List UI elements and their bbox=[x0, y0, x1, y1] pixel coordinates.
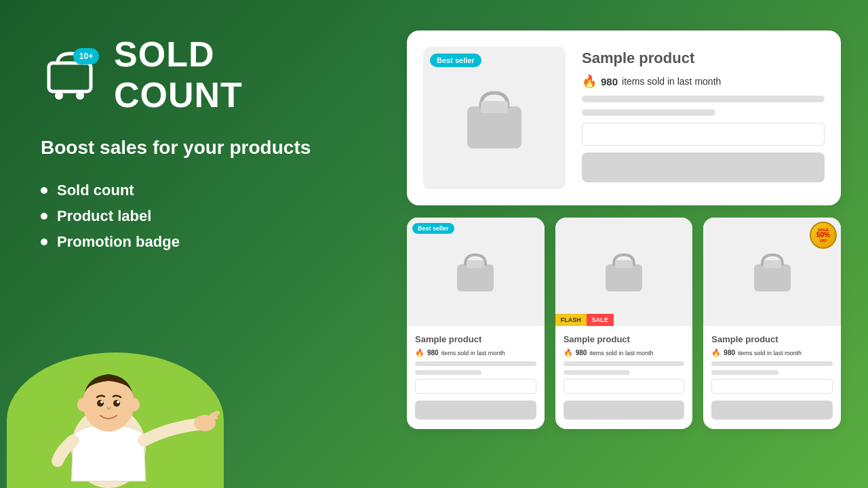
sold-count-row-large: 🔥 980 items sold in last month bbox=[582, 74, 825, 89]
bag-image-large bbox=[457, 81, 532, 155]
bag-image-3 bbox=[749, 248, 796, 296]
best-seller-badge-1: Best seller bbox=[412, 223, 454, 234]
svg-rect-19 bbox=[615, 260, 633, 268]
feature-item-product-label: Product label bbox=[41, 207, 346, 225]
cart-icon: 10+ bbox=[41, 48, 102, 101]
bullet-icon bbox=[41, 213, 47, 220]
skeleton-3-line-2 bbox=[711, 370, 778, 375]
bullet-icon bbox=[41, 239, 47, 245]
fire-icon-large: 🔥 bbox=[582, 74, 597, 89]
bullet-icon bbox=[41, 187, 47, 194]
skeleton-line-2 bbox=[582, 109, 715, 116]
features-list: Sold count Product label Promotion badge bbox=[41, 182, 346, 251]
svg-point-1 bbox=[55, 92, 63, 100]
skeleton-line-1 bbox=[582, 96, 825, 102]
app-title: SOLD COUNT bbox=[114, 34, 346, 115]
product-card-large: Best seller Sample product 🔥 980 items s… bbox=[407, 30, 841, 205]
feature-label-product-label: Product label bbox=[57, 207, 151, 225]
svg-point-10 bbox=[117, 401, 119, 403]
svg-point-9 bbox=[100, 401, 103, 403]
sale-pct: 50% bbox=[816, 232, 830, 239]
skeleton-2-line-1 bbox=[564, 361, 685, 366]
skeleton-btn-large[interactable] bbox=[582, 152, 825, 182]
skeleton-1-line-1 bbox=[415, 361, 536, 366]
skeleton-1-line-2 bbox=[415, 370, 481, 375]
skeleton-btn-2[interactable] bbox=[564, 401, 685, 420]
tagline: Boost sales for your products bbox=[41, 136, 346, 160]
skeleton-2-line-2 bbox=[564, 370, 630, 375]
skeleton-input-1[interactable] bbox=[415, 379, 536, 394]
product-name-1: Sample product bbox=[415, 334, 536, 344]
product-name-large: Sample product bbox=[582, 49, 825, 67]
feature-label-sold-count: Sold count bbox=[57, 182, 134, 199]
sold-text-3: items sold in last month bbox=[738, 350, 802, 357]
small-card-body-2: Sample product 🔥 980 items sold in last … bbox=[555, 334, 693, 420]
bag-image-2 bbox=[600, 248, 648, 296]
skeleton-input-3[interactable] bbox=[711, 379, 833, 394]
svg-point-11 bbox=[77, 398, 88, 411]
sold-count-row-2: 🔥 980 items sold in last month bbox=[564, 348, 685, 357]
sale-label: SALE bbox=[587, 314, 614, 326]
product-info-large: Sample product 🔥 980 items sold in last … bbox=[582, 47, 825, 189]
product-card-2: FLASH SALE Sample product 🔥 980 items so… bbox=[555, 218, 693, 429]
sold-number-1: 980 bbox=[427, 349, 439, 357]
svg-rect-21 bbox=[764, 260, 781, 268]
fire-icon-1: 🔥 bbox=[415, 348, 425, 357]
svg-point-12 bbox=[129, 398, 140, 411]
sale-badge-circle: SALE 50% OFF bbox=[810, 222, 837, 249]
cart-icon-wrap: 10+ bbox=[41, 48, 102, 101]
sold-count-row-1: 🔥 980 items sold in last month bbox=[415, 348, 536, 357]
skeleton-3-line-1 bbox=[711, 361, 833, 366]
feature-item-sold-count: Sold count bbox=[41, 182, 346, 199]
bag-image-1 bbox=[452, 248, 499, 296]
svg-point-7 bbox=[97, 400, 104, 407]
svg-point-2 bbox=[76, 92, 84, 100]
feature-label-promotion-badge: Promotion badge bbox=[57, 233, 180, 251]
skeleton-input-2[interactable] bbox=[564, 379, 685, 394]
sold-number-large: 980 bbox=[601, 76, 618, 87]
best-seller-badge-large: Best seller bbox=[430, 54, 481, 67]
sold-count-row-3: 🔥 980 items sold in last month bbox=[711, 348, 833, 357]
product-image-wrap-1: Best seller bbox=[407, 218, 545, 326]
svg-rect-15 bbox=[481, 101, 508, 113]
character-illustration bbox=[20, 339, 224, 488]
left-panel: 10+ SOLD COUNT Boost sales for your prod… bbox=[0, 0, 380, 488]
sold-number-3: 980 bbox=[724, 349, 735, 357]
feature-item-promotion-badge: Promotion badge bbox=[41, 233, 346, 251]
product-image-wrap-large: Best seller bbox=[423, 47, 566, 189]
product-name-2: Sample product bbox=[564, 334, 685, 344]
fire-icon-2: 🔥 bbox=[564, 348, 573, 357]
small-card-body-3: Sample product 🔥 980 items sold in last … bbox=[703, 334, 841, 420]
cards-row: Best seller Sample product 🔥 980 items s… bbox=[407, 218, 841, 429]
svg-point-8 bbox=[113, 400, 120, 407]
small-card-body-1: Sample product 🔥 980 items sold in last … bbox=[407, 334, 545, 420]
character-svg bbox=[20, 339, 224, 488]
right-panel: Best seller Sample product 🔥 980 items s… bbox=[380, 0, 868, 488]
logo-area: 10+ SOLD COUNT bbox=[41, 34, 346, 115]
flash-label: FLASH bbox=[555, 314, 587, 326]
sold-number-2: 980 bbox=[576, 349, 587, 357]
sold-text-2: items sold in last month bbox=[589, 350, 653, 357]
product-card-1: Best seller Sample product 🔥 980 items s… bbox=[407, 218, 545, 429]
flash-sale-banner: FLASH SALE bbox=[555, 314, 693, 326]
sold-text-large: items sold in last month bbox=[622, 76, 721, 87]
skeleton-btn-3[interactable] bbox=[711, 401, 833, 420]
fire-icon-3: 🔥 bbox=[711, 348, 721, 357]
product-card-3: SALE 50% OFF Sample product 🔥 980 items … bbox=[703, 218, 841, 429]
product-name-3: Sample product bbox=[711, 334, 833, 344]
skeleton-input-large[interactable] bbox=[582, 123, 825, 146]
sale-off-text: OFF bbox=[820, 239, 827, 243]
sold-text-1: items sold in last month bbox=[441, 350, 505, 357]
product-image-wrap-2: FLASH SALE bbox=[555, 218, 693, 326]
svg-rect-0 bbox=[49, 63, 91, 92]
product-image-wrap-3: SALE 50% OFF bbox=[703, 218, 841, 326]
skeleton-btn-1[interactable] bbox=[415, 401, 536, 420]
svg-text:10+: 10+ bbox=[79, 52, 93, 61]
svg-rect-17 bbox=[467, 260, 484, 268]
